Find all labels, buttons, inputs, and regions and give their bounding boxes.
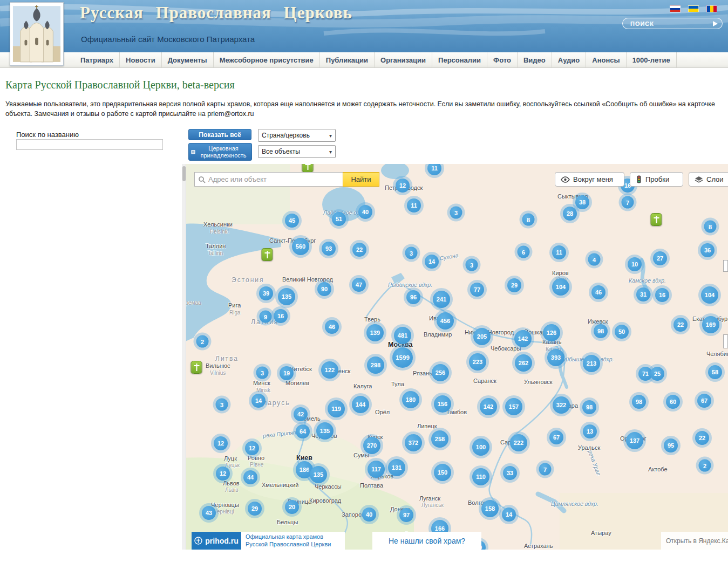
map-cluster[interactable]: 93 bbox=[319, 239, 338, 258]
objects-select[interactable]: Все объекты ▾ bbox=[258, 145, 336, 158]
map-cluster[interactable]: 156 bbox=[431, 393, 454, 415]
map-cluster[interactable]: 12 bbox=[242, 438, 262, 458]
map-cluster[interactable]: 241 bbox=[430, 288, 453, 311]
map-cluster[interactable]: 222 bbox=[507, 431, 530, 454]
map-cluster[interactable]: 131 bbox=[385, 456, 408, 479]
nav-item-3[interactable]: Документы bbox=[162, 52, 214, 67]
map-cluster[interactable]: 142 bbox=[512, 327, 534, 350]
map-cluster[interactable]: 14 bbox=[499, 505, 519, 524]
nav-item-9[interactable]: Видео bbox=[518, 52, 552, 67]
nav-item-11[interactable]: Анонсы bbox=[586, 52, 626, 67]
map-cluster[interactable]: 43 bbox=[199, 503, 219, 523]
nav-item-1[interactable]: Патриарх bbox=[74, 52, 120, 67]
church-marker[interactable] bbox=[262, 248, 273, 261]
map-cluster[interactable]: 98 bbox=[580, 397, 599, 417]
map-cluster[interactable]: 22 bbox=[671, 315, 690, 334]
map-cluster[interactable]: 22 bbox=[350, 240, 369, 259]
map-cluster[interactable]: 298 bbox=[364, 354, 387, 376]
prihod-logo[interactable]: prihod.ru bbox=[192, 532, 241, 550]
map-cluster[interactable]: 36 bbox=[698, 241, 717, 260]
moldova-flag-icon[interactable] bbox=[706, 5, 717, 12]
map-cluster[interactable]: 98 bbox=[591, 321, 610, 341]
map-cluster[interactable]: 6 bbox=[515, 243, 533, 261]
map-cluster[interactable]: 135 bbox=[307, 463, 330, 486]
nav-item-5[interactable]: Публикации bbox=[320, 52, 375, 67]
map-cluster[interactable]: 2 bbox=[696, 457, 714, 475]
map-cluster[interactable]: 44 bbox=[241, 468, 260, 487]
map-cluster[interactable]: 7 bbox=[619, 194, 637, 211]
nav-item-4[interactable]: Межсоборное присутствие bbox=[214, 52, 320, 67]
map-cluster[interactable]: 117 bbox=[365, 458, 387, 481]
nav-item-10[interactable]: Аудио bbox=[552, 52, 586, 67]
map-cluster[interactable]: 3 bbox=[463, 256, 481, 274]
map-cluster[interactable]: 3 bbox=[447, 204, 465, 222]
map-cluster[interactable]: 33 bbox=[500, 463, 520, 483]
collapsed-panel-button[interactable] bbox=[723, 260, 728, 272]
map-cluster[interactable]: 27 bbox=[650, 249, 670, 268]
map-cluster[interactable]: 213 bbox=[580, 352, 603, 375]
map-cluster[interactable]: 2 bbox=[194, 333, 212, 351]
nav-item-12[interactable]: 1000-летие bbox=[627, 52, 677, 67]
map-cluster[interactable]: 50 bbox=[612, 322, 631, 341]
map-cluster[interactable]: 119 bbox=[325, 397, 348, 420]
scrollbar-thumb[interactable] bbox=[182, 166, 186, 181]
map-cluster[interactable]: 60 bbox=[663, 392, 683, 412]
map-cluster[interactable]: 14 bbox=[422, 252, 441, 271]
map-cluster[interactable]: 11 bbox=[549, 243, 569, 262]
map-cluster[interactable]: 31 bbox=[634, 285, 653, 304]
map-cluster[interactable]: 29 bbox=[245, 499, 264, 518]
map-cluster[interactable]: 100 bbox=[470, 436, 492, 458]
map-cluster[interactable]: 28 bbox=[560, 204, 580, 223]
map-search-input[interactable] bbox=[208, 175, 339, 183]
map-cluster[interactable]: 67 bbox=[547, 428, 566, 447]
map-cluster[interactable]: 560 bbox=[289, 235, 312, 258]
map-cluster[interactable]: 3 bbox=[254, 364, 271, 382]
map-cluster[interactable]: 126 bbox=[540, 321, 563, 344]
map-cluster[interactable]: 11 bbox=[404, 196, 424, 215]
map-cluster[interactable]: 139 bbox=[364, 321, 386, 344]
map-cluster[interactable]: 16 bbox=[652, 285, 672, 305]
map-cluster[interactable]: 22 bbox=[692, 428, 712, 448]
map-cluster[interactable]: 40 bbox=[356, 202, 375, 222]
collapsed-panel-button[interactable] bbox=[723, 334, 728, 348]
map-cluster[interactable]: 13 bbox=[580, 422, 600, 441]
map-cluster[interactable]: 11 bbox=[425, 164, 444, 178]
map-cluster[interactable]: 104 bbox=[549, 276, 572, 298]
show-all-button[interactable]: Показать всё bbox=[188, 129, 251, 140]
map-cluster[interactable]: 12 bbox=[213, 464, 233, 483]
find-button[interactable]: Найти bbox=[343, 172, 379, 187]
map-cluster[interactable]: 96 bbox=[404, 287, 423, 307]
nav-item-2[interactable]: Новости bbox=[120, 52, 162, 67]
map-cluster[interactable]: 46 bbox=[589, 283, 608, 302]
nav-item-6[interactable]: Организации bbox=[375, 52, 432, 67]
results-scrollbar[interactable] bbox=[182, 164, 186, 550]
map-cluster[interactable]: 16 bbox=[271, 306, 290, 326]
map-cluster[interactable]: 262 bbox=[512, 352, 535, 374]
nav-item-8[interactable]: Фото bbox=[487, 52, 518, 67]
map-cluster[interactable]: 7 bbox=[536, 461, 554, 478]
not-found-link[interactable]: Не нашли свой храм? bbox=[372, 532, 481, 550]
open-in-yandex-link[interactable]: Открыть в Яндекс.Картах bbox=[661, 532, 728, 550]
map-cluster[interactable]: 90 bbox=[315, 279, 334, 299]
map-cluster[interactable]: 47 bbox=[349, 275, 369, 294]
map-cluster[interactable]: 97 bbox=[397, 505, 416, 525]
around-me-button[interactable]: Вокруг меня bbox=[555, 172, 624, 187]
map-cluster[interactable]: 4 bbox=[586, 251, 603, 269]
layers-button[interactable]: Слои bbox=[689, 172, 728, 187]
map-cluster[interactable]: 45 bbox=[282, 211, 302, 230]
map-cluster[interactable]: 169 bbox=[699, 313, 722, 336]
map-cluster[interactable]: 223 bbox=[466, 351, 489, 373]
map-cluster[interactable]: 270 bbox=[360, 434, 383, 457]
map-cluster[interactable]: 8 bbox=[520, 211, 538, 229]
affiliation-button[interactable]: Церковная принадлежность bbox=[188, 143, 252, 161]
map-cluster[interactable]: 393 bbox=[545, 346, 567, 369]
traffic-button[interactable]: Пробки bbox=[630, 172, 683, 187]
map-search-box[interactable] bbox=[194, 172, 343, 187]
russia-flag-icon[interactable] bbox=[670, 5, 681, 12]
map-cluster[interactable]: 20 bbox=[282, 497, 302, 517]
map-cluster[interactable]: 58 bbox=[705, 362, 725, 382]
church-marker[interactable] bbox=[191, 361, 202, 374]
header-search[interactable]: ПОИСК bbox=[622, 18, 723, 29]
map-cluster[interactable]: 322 bbox=[550, 394, 573, 416]
map-cluster[interactable]: 122 bbox=[318, 359, 341, 381]
